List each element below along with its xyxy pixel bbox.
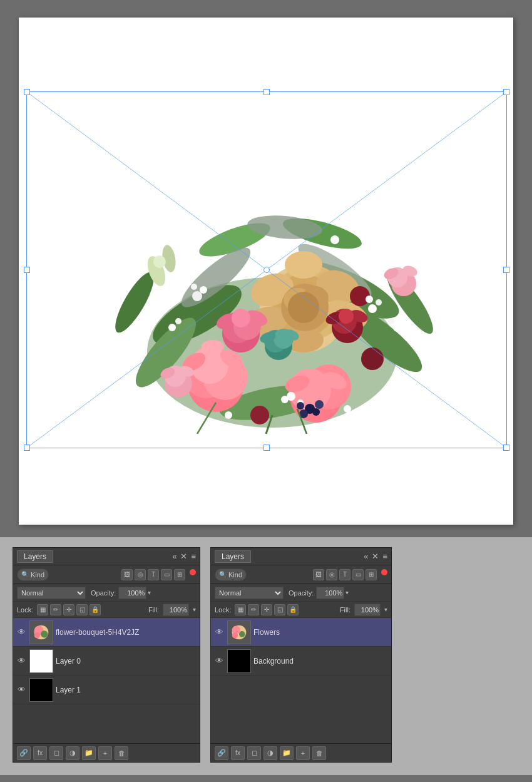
search-icon: 🔍 bbox=[21, 571, 29, 578]
svg-point-37 bbox=[288, 292, 319, 323]
layer0-visibility-icon[interactable]: 👁 bbox=[16, 627, 27, 637]
lock2-paint-btn[interactable]: ✏ bbox=[248, 604, 259, 615]
layer-row-2[interactable]: 👁 Layer 1 bbox=[13, 676, 200, 704]
transform-handle-br[interactable] bbox=[503, 445, 509, 451]
lock-all-btn[interactable]: 🔒 bbox=[90, 604, 101, 615]
panel1-menu-icon[interactable]: ≡ bbox=[191, 552, 196, 560]
lock2-transparent-btn[interactable]: ▦ bbox=[235, 604, 246, 615]
filter-icon-image[interactable]: 🖼 bbox=[121, 569, 133, 580]
search-icon-2: 🔍 bbox=[219, 571, 227, 578]
panel2-mask-btn[interactable]: ◻ bbox=[247, 746, 261, 760]
lock2-move-btn[interactable]: ✛ bbox=[261, 604, 272, 615]
svg-point-68 bbox=[393, 323, 402, 332]
filter2-icon-circle[interactable]: ◎ bbox=[326, 569, 337, 580]
panel2-lock-row: Lock: ▦ ✏ ✛ ◱ 🔒 Fill: ▾ bbox=[211, 602, 391, 618]
panel1-mask-btn[interactable]: ◻ bbox=[49, 746, 63, 760]
panel1-link-btn[interactable]: 🔗 bbox=[17, 746, 31, 760]
filter-icon-smart[interactable]: ⊞ bbox=[174, 569, 185, 580]
layers-panel-1: Layers « ✕ ≡ 🔍 Kind 🖼 ◎ T ▭ ⊞ bbox=[13, 547, 200, 763]
panel1-opacity-arrow[interactable]: ▾ bbox=[148, 589, 151, 596]
canvas-area bbox=[0, 0, 532, 537]
lock2-all-btn[interactable]: 🔒 bbox=[287, 604, 299, 615]
panel1-close-icon[interactable]: ✕ bbox=[180, 552, 187, 560]
lock-move-btn[interactable]: ✛ bbox=[63, 604, 74, 615]
lock-paint-btn[interactable]: ✏ bbox=[50, 604, 61, 615]
p2-layer-row-0[interactable]: 👁 Flowers bbox=[211, 618, 391, 647]
panel2-delete-btn[interactable]: 🗑 bbox=[312, 746, 326, 760]
transform-handle-tl[interactable] bbox=[24, 89, 30, 95]
panel2-titlebar: Layers « ✕ ≡ bbox=[211, 548, 391, 565]
lock-artboard-btn[interactable]: ◱ bbox=[76, 604, 88, 615]
panel1-new-layer-btn[interactable]: + bbox=[98, 746, 112, 760]
filter2-icon-text[interactable]: T bbox=[339, 569, 350, 580]
svg-point-67 bbox=[175, 318, 182, 324]
filter-icon-shape[interactable]: ▭ bbox=[161, 569, 172, 580]
panel1-fill-arrow[interactable]: ▾ bbox=[193, 606, 196, 613]
svg-point-62 bbox=[366, 296, 373, 303]
panel2-opacity-arrow[interactable]: ▾ bbox=[345, 589, 349, 596]
panel1-lock-icons: ▦ ✏ ✛ ◱ 🔒 bbox=[37, 604, 101, 615]
svg-point-48 bbox=[339, 309, 354, 324]
panel2-menu-icon[interactable]: ≡ bbox=[382, 552, 387, 560]
panel2-link-btn[interactable]: 🔗 bbox=[215, 746, 228, 760]
panel2-filter-toolbar: 🔍 Kind 🖼 ◎ T ▭ ⊞ bbox=[211, 565, 391, 584]
svg-point-85 bbox=[315, 400, 324, 409]
panel1-blend-mode-select[interactable]: Normal bbox=[17, 587, 86, 599]
filter-icon-circle[interactable]: ◎ bbox=[135, 569, 146, 580]
layer-row-0[interactable]: 👁 flower-bouquet-5H4V2JZ bbox=[13, 618, 200, 647]
svg-point-72 bbox=[330, 235, 339, 244]
transform-handle-tc[interactable] bbox=[263, 89, 270, 95]
svg-point-49 bbox=[361, 347, 384, 370]
transform-handle-mr[interactable] bbox=[503, 267, 509, 273]
panel1-group-btn[interactable]: 📁 bbox=[82, 746, 96, 760]
panel2-tab[interactable]: Layers bbox=[215, 550, 251, 563]
panel2-search-box[interactable]: 🔍 Kind bbox=[215, 568, 247, 581]
svg-point-51 bbox=[350, 286, 370, 306]
filter2-icon-smart[interactable]: ⊞ bbox=[366, 569, 377, 580]
transform-handle-bc[interactable] bbox=[263, 445, 270, 451]
panel2-layer-rows: 👁 Flowers 👁 Background bbox=[211, 618, 391, 743]
layer2-name: Layer 1 bbox=[56, 686, 197, 694]
panel1-fill-input[interactable] bbox=[163, 604, 189, 616]
panel1-search-box[interactable]: 🔍 Kind bbox=[17, 568, 49, 581]
panel2-new-layer-btn[interactable]: + bbox=[296, 746, 310, 760]
svg-point-102 bbox=[232, 632, 238, 638]
panel2-fill-label: Fill: bbox=[340, 606, 350, 614]
svg-point-70 bbox=[225, 411, 232, 419]
lock2-artboard-btn[interactable]: ◱ bbox=[274, 604, 285, 615]
panel2-fill-input[interactable] bbox=[354, 604, 381, 616]
panel2-fx-btn[interactable]: fx bbox=[231, 746, 245, 760]
layer1-visibility-icon[interactable]: 👁 bbox=[16, 656, 27, 666]
panel2-blend-mode-select[interactable]: Normal bbox=[215, 587, 284, 599]
transform-handle-bl[interactable] bbox=[24, 445, 30, 451]
svg-point-66 bbox=[168, 324, 176, 331]
panel1-adjustment-btn[interactable]: ◑ bbox=[66, 746, 79, 760]
panel1-opacity-input[interactable] bbox=[118, 587, 146, 599]
panel1-fx-btn[interactable]: fx bbox=[33, 746, 47, 760]
panel2-opacity-field: ▾ bbox=[316, 587, 349, 599]
svg-point-73 bbox=[256, 249, 263, 256]
layer-row-1[interactable]: 👁 Layer 0 bbox=[13, 647, 200, 676]
filter2-icon-shape[interactable]: ▭ bbox=[352, 569, 364, 580]
panel1-fill-label: Fill: bbox=[148, 606, 159, 614]
panel1-delete-btn[interactable]: 🗑 bbox=[115, 746, 128, 760]
p2-layer1-visibility-icon[interactable]: 👁 bbox=[213, 656, 225, 666]
panel1-tab[interactable]: Layers bbox=[17, 550, 53, 563]
lock-transparent-btn[interactable]: ▦ bbox=[37, 604, 48, 615]
layers-panel-2: Layers « ✕ ≡ 🔍 Kind 🖼 ◎ T ▭ ⊞ bbox=[210, 547, 392, 763]
p2-layer-row-1[interactable]: 👁 Background bbox=[211, 647, 391, 676]
panel2-opacity-input[interactable] bbox=[316, 587, 344, 599]
filter2-icon-image[interactable]: 🖼 bbox=[313, 569, 324, 580]
panel2-group-btn[interactable]: 📁 bbox=[280, 746, 294, 760]
panel2-fill-arrow[interactable]: ▾ bbox=[384, 606, 387, 613]
panel1-collapse-icon[interactable]: « bbox=[172, 552, 176, 560]
panel2-collapse-icon[interactable]: « bbox=[364, 552, 368, 560]
layer2-visibility-icon[interactable]: 👁 bbox=[16, 685, 27, 694]
panel1-search-label: Kind bbox=[31, 571, 44, 579]
filter-icon-text[interactable]: T bbox=[148, 569, 159, 580]
transform-handle-ml[interactable] bbox=[24, 267, 30, 273]
p2-layer0-visibility-icon[interactable]: 👁 bbox=[213, 627, 225, 637]
panel2-adjustment-btn[interactable]: ◑ bbox=[263, 746, 277, 760]
transform-handle-tr[interactable] bbox=[503, 89, 509, 95]
panel2-close-icon[interactable]: ✕ bbox=[372, 552, 379, 560]
